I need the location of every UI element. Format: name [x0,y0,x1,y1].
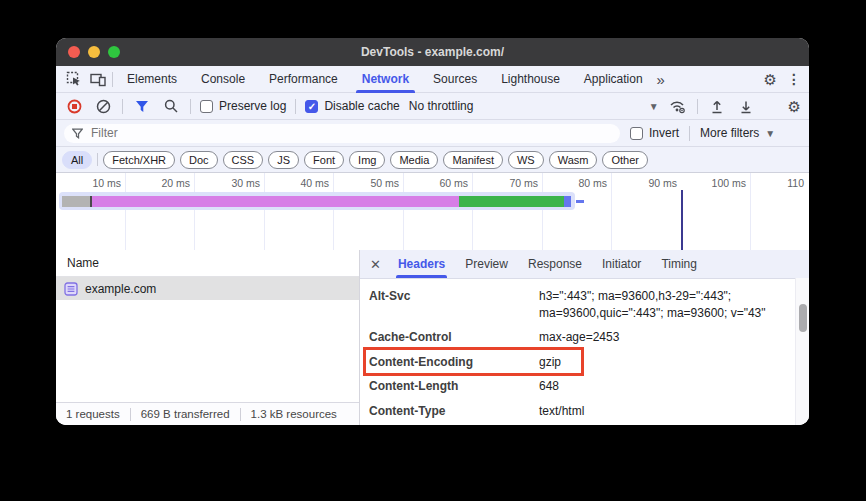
divider [97,153,98,166]
tab-console[interactable]: Console [191,66,255,93]
clear-network-log-icon[interactable] [93,96,113,116]
request-row[interactable]: example.com [56,277,359,300]
type-filter-all[interactable]: All [62,151,92,169]
traffic-lights [68,46,120,58]
details-tab-initiator[interactable]: Initiator [593,250,650,278]
disable-cache-control[interactable]: ✓ Disable cache [305,99,399,113]
header-value: gzip [539,354,779,371]
record-network-log-icon[interactable] [64,96,84,116]
type-filter-ws[interactable]: WS [508,151,544,169]
close-details-icon[interactable]: ✕ [370,258,381,271]
more-tabs-icon[interactable]: » [657,72,665,87]
type-filter-js[interactable]: JS [268,151,299,169]
tab-application[interactable]: Application [574,66,653,93]
more-filters-dropdown[interactable]: More filters ▼ [700,126,775,140]
inspect-element-icon[interactable] [64,69,84,89]
details-tab-response[interactable]: Response [519,250,591,278]
minimize-window-button[interactable] [88,46,100,58]
tab-elements[interactable]: Elements [117,66,187,93]
time-tick-label: 40 ms [263,177,329,189]
scrollbar-thumb[interactable] [799,304,807,332]
header-row-content-encoding: Content-Encoding gzip [360,350,809,375]
type-filter-other[interactable]: Other [602,151,648,169]
filter-input[interactable] [89,125,612,141]
scrollbar-track[interactable] [795,278,809,425]
divider [295,99,296,114]
divider [697,99,698,114]
network-overview-timeline[interactable]: 10 ms 20 ms 30 ms 40 ms 50 ms 60 ms 70 m… [56,173,809,251]
tab-lighthouse[interactable]: Lighthouse [491,66,570,93]
preserve-log-control[interactable]: Preserve log [200,99,286,113]
search-icon[interactable] [161,96,181,116]
type-filter-img[interactable]: Img [349,151,385,169]
invert-control[interactable]: Invert [630,126,679,140]
filter-input-pill[interactable] [64,124,620,143]
type-filter-font[interactable]: Font [304,151,344,169]
resources-size: 1.3 kB resources [251,408,337,420]
import-har-icon[interactable] [707,96,727,116]
details-tab-headers[interactable]: Headers [389,250,454,278]
invert-label: Invert [649,126,679,140]
time-tick-label: 90 ms [611,177,677,189]
header-name: Cache-Control [369,329,539,346]
header-row-content-length: Content-Length 648 [360,374,809,399]
filter-funnel-small-icon [72,128,83,139]
filter-funnel-icon[interactable] [132,96,152,116]
type-filter-doc[interactable]: Doc [180,151,218,169]
export-har-icon[interactable] [736,96,756,116]
request-details-panel: ✕ Headers Preview Response Initiator Tim… [359,250,809,425]
header-row-content-type: Content-Type text/html [360,399,809,424]
devtools-tabbar: Elements Console Performance Network Sou… [56,66,809,93]
details-tab-preview[interactable]: Preview [456,250,517,278]
window-titlebar: DevTools - example.com/ [56,38,809,66]
kebab-menu-icon[interactable]: ⋮ [787,72,801,86]
time-tick-label: 20 ms [124,177,190,189]
disable-cache-checkbox[interactable]: ✓ [305,100,318,113]
waterfall-segment-download [459,196,564,207]
network-conditions-icon[interactable] [668,96,688,116]
divider [190,99,191,114]
close-window-button[interactable] [68,46,80,58]
header-value: max-age=2453 [539,329,779,346]
tab-performance[interactable]: Performance [259,66,348,93]
divider [112,72,113,87]
devtools-window: DevTools - example.com/ Elements Console… [56,38,809,425]
more-filters-label: More filters [700,126,759,140]
document-icon [64,282,78,296]
type-filter-css[interactable]: CSS [223,151,264,169]
header-name: Content-Encoding [369,354,539,371]
time-tick-label: 70 ms [472,177,538,189]
tab-network[interactable]: Network [352,66,419,93]
chevron-down-icon: ▼ [765,128,775,139]
settings-gear-icon[interactable]: ⚙ [764,72,777,87]
name-column-header[interactable]: Name [56,250,359,277]
details-tab-timing[interactable]: Timing [652,250,706,278]
preserve-log-checkbox[interactable] [200,100,213,113]
invert-checkbox[interactable] [630,127,643,140]
time-tick-label: 100 ms [680,177,746,189]
device-toolbar-icon[interactable] [88,69,108,89]
time-tick-label: 10 ms [56,177,121,189]
chevron-down-icon: ▼ [649,101,659,112]
checkmark-icon: ✓ [308,101,316,112]
type-filter-fetch-xhr[interactable]: Fetch/XHR [103,151,175,169]
load-event-line [681,190,683,250]
type-filter-wasm[interactable]: Wasm [549,151,598,169]
throttling-dropdown[interactable]: No throttling ▼ [409,99,659,113]
zoom-window-button[interactable] [108,46,120,58]
status-bar: 1 requests 669 B transferred 1.3 kB reso… [56,402,359,425]
disable-cache-label: Disable cache [324,99,399,113]
tab-sources[interactable]: Sources [423,66,487,93]
request-name: example.com [85,282,156,296]
waterfall-segment-end [564,196,571,207]
header-value: text/html [539,403,779,420]
network-toolbar: Preserve log ✓ Disable cache No throttli… [56,93,809,120]
network-settings-gear-icon[interactable]: ⚙ [788,99,801,114]
window-title: DevTools - example.com/ [361,45,504,59]
requests-panel: Name example.com 1 requests 669 B transf… [56,250,359,425]
requests-count: 1 requests [66,408,120,420]
type-filter-media[interactable]: Media [390,151,438,169]
divider [122,99,123,114]
type-filter-manifest[interactable]: Manifest [443,151,503,169]
response-headers-list: Alt-Svc h3=":443"; ma=93600,h3-29=":443"… [360,278,809,425]
